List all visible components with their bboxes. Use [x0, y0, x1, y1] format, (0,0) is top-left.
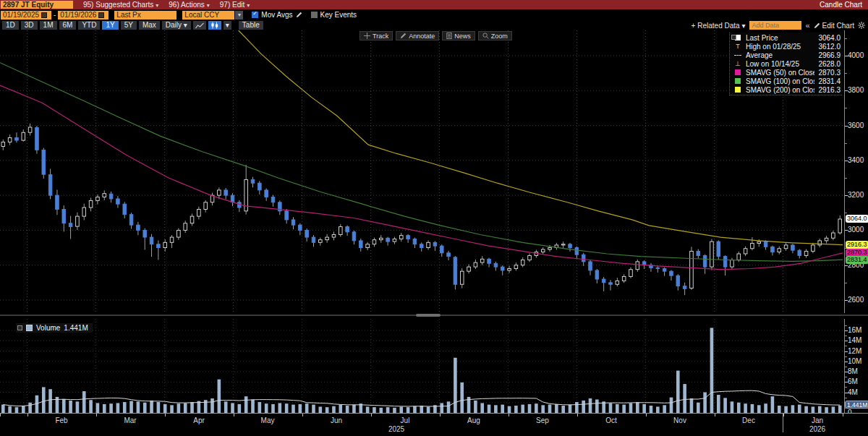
price-minor-tick: [845, 73, 847, 74]
high-marker-icon: T: [736, 43, 740, 50]
mov-avgs-pencil-icon[interactable]: [296, 12, 302, 18]
month-tick: [234, 414, 234, 416]
month-label-mar[interactable]: Mar: [124, 416, 136, 424]
toolbar-news-button[interactable]: News: [442, 31, 475, 40]
volume-legend[interactable]: Volume 1.441M: [16, 323, 93, 333]
toolbar-annotate-button[interactable]: Annotate: [396, 31, 439, 40]
volume-minor-tick: [845, 398, 847, 398]
month-tick: [509, 414, 509, 416]
month-label-apr[interactable]: Apr: [193, 416, 205, 424]
menu-item-edit[interactable]: 97) Edit▾: [220, 1, 250, 9]
date-from-field[interactable]: 01/19/2025: [1, 11, 51, 20]
date-axis[interactable]: FebMarAprMayJunJulAugSepOctNovDecJan2025…: [0, 413, 868, 436]
legend-value: 2966.9: [814, 51, 841, 59]
price-minor-tick: [845, 38, 847, 39]
currency-caret-icon[interactable]: ▼: [235, 11, 243, 20]
toolbar-zoom-button[interactable]: Zoom: [478, 31, 512, 40]
calendar-icon[interactable]: [98, 12, 104, 18]
legend-marker: [730, 78, 746, 84]
range-button-3d[interactable]: 3D: [21, 21, 38, 30]
month-label-feb[interactable]: Feb: [55, 416, 67, 424]
price-tick-label: 3800: [848, 87, 864, 94]
range-button-1y[interactable]: 1Y: [102, 21, 118, 30]
range-button-max[interactable]: Max: [139, 21, 160, 30]
volume-tick-label: 14M: [848, 337, 861, 344]
price-badge: 2831.4: [846, 256, 868, 264]
mov-avgs-label: Mov Avgs: [261, 11, 292, 19]
line-chart-type-button[interactable]: [193, 21, 206, 30]
month-label-sep[interactable]: Sep: [536, 416, 549, 424]
pencil-icon: [814, 22, 820, 29]
key-events-checkbox[interactable]: [311, 12, 318, 18]
ticker-field[interactable]: 2897 JT Equity: [1, 1, 73, 9]
range-button-6m[interactable]: 6M: [59, 21, 77, 30]
date-to-field[interactable]: 01/19/2026: [58, 11, 109, 20]
price-minor-tick: [845, 178, 847, 179]
expand-icon[interactable]: [17, 325, 22, 330]
price-tick-label: 3400: [848, 157, 864, 164]
year-label-2026: 2026: [809, 425, 825, 433]
month-label-dec[interactable]: Dec: [742, 416, 755, 424]
legend-row-2: Average2966.9: [730, 51, 841, 59]
chart-legend[interactable]: Last Price3064.0THigh on 01/28/253612.0A…: [729, 33, 842, 95]
legend-row-0: Last Price3064.0: [730, 33, 841, 42]
price-field-select[interactable]: Last Px: [114, 11, 176, 20]
range-button-5y[interactable]: 5Y: [121, 21, 137, 30]
currency-select[interactable]: Local CCY: [182, 11, 234, 20]
chart-type-more-caret[interactable]: ▾: [224, 21, 231, 30]
volume-minor-tick: [845, 387, 847, 388]
volume-chart[interactable]: [0, 319, 845, 413]
panel-resize-handle[interactable]: [416, 314, 441, 317]
average-marker-icon: [734, 55, 741, 56]
legend-marker: ⊥: [730, 60, 746, 67]
legend-label: SMAVG (100) on Close: [746, 77, 814, 85]
month-tick: [302, 414, 303, 416]
mov-avgs-checkbox[interactable]: [252, 12, 258, 18]
candle-chart-type-button[interactable]: [208, 21, 221, 30]
price-chart[interactable]: [0, 30, 845, 313]
panel-divider[interactable]: [0, 315, 868, 316]
volume-series-swatch: [26, 325, 33, 331]
price-minor-tick: [845, 143, 847, 144]
month-label-jul[interactable]: Jul: [401, 416, 410, 424]
series-swatch: [735, 69, 741, 75]
month-label-nov[interactable]: Nov: [673, 416, 686, 424]
menu-item-actions[interactable]: 96) Actions▾: [169, 1, 210, 9]
add-data-input[interactable]: [749, 21, 801, 30]
chart-type-title: Candle Chart: [820, 0, 862, 9]
month-label-jun[interactable]: Jun: [331, 416, 342, 424]
month-label-oct[interactable]: Oct: [605, 416, 617, 424]
collapse-panel-button[interactable]: «: [805, 21, 809, 30]
row3-right-cluster: + Related Data ▾ « Edit Chart: [692, 21, 865, 30]
price-badge: 3064.0: [846, 215, 868, 223]
volume-tick-label: 16M: [848, 327, 861, 334]
related-data-menu[interactable]: + Related Data ▾: [692, 22, 746, 30]
price-field-value: Last Px: [116, 11, 140, 20]
key-events-label: Key Events: [320, 11, 357, 19]
calendar-icon[interactable]: [41, 12, 47, 18]
period-select[interactable]: Daily ▾: [162, 21, 191, 30]
month-label-may[interactable]: May: [261, 416, 275, 424]
toolbar-track-button[interactable]: Track: [359, 31, 393, 40]
settings-gear-icon[interactable]: [858, 22, 865, 29]
date-range-dash: -: [54, 11, 56, 19]
range-button-1d[interactable]: 1D: [2, 21, 19, 30]
legend-expand-icon[interactable]: [731, 35, 736, 40]
range-button-1m[interactable]: 1M: [40, 21, 57, 30]
chart-toolbar: TrackAnnotateNewsZoom: [359, 31, 512, 40]
month-label-aug[interactable]: Aug: [467, 416, 480, 424]
price-minor-tick: [845, 108, 847, 108]
volume-label: Volume: [36, 324, 60, 332]
edit-chart-button[interactable]: Edit Chart: [814, 22, 854, 30]
month-label-jan[interactable]: Jan: [812, 416, 823, 424]
legend-row-1: THigh on 01/28/253612.0: [730, 42, 841, 51]
month-tick: [715, 414, 715, 416]
menu-item-suggested-charts[interactable]: 95) Suggested Charts▾: [83, 1, 158, 9]
bloomberg-candle-chart-window: 2897 JT Equity 95) Suggested Charts▾96) …: [0, 0, 868, 436]
legend-marker: T: [730, 43, 746, 50]
axis-end-tick: [0, 414, 1, 416]
table-button[interactable]: Table: [239, 21, 263, 30]
range-row: 1D3D1M6MYTD1Y5YMax Daily ▾ ▾ Table + Rel…: [0, 20, 868, 30]
month-tick: [27, 414, 28, 416]
range-button-ytd[interactable]: YTD: [78, 21, 100, 30]
